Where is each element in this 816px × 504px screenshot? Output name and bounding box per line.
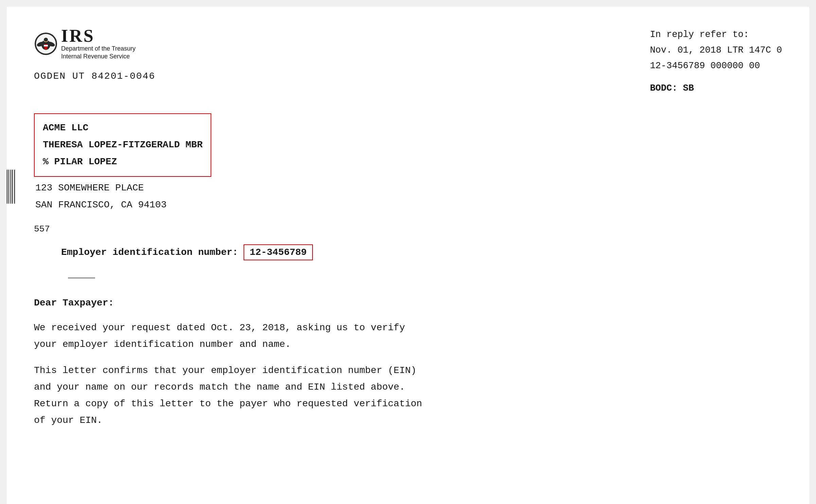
- reply-block: In reply refer to: Nov. 01, 2018 LTR 147…: [650, 27, 782, 96]
- recipient-address-block: ACME LLC THERESA LOPEZ-FITZGERALD MBR % …: [34, 113, 782, 214]
- irs-text-block: IRS Department of the Treasury Internal …: [61, 27, 136, 61]
- irs-document: IRS Department of the Treasury Internal …: [7, 7, 809, 504]
- recipient-plain-line2: SAN FRANCISCO, CA 94103: [35, 197, 782, 213]
- ein-value-box: 12-3456789: [244, 244, 313, 260]
- recipient-line1: ACME LLC: [43, 119, 202, 136]
- body-paragraph-1: We received your request dated Oct. 23, …: [34, 319, 782, 353]
- reply-line3: 12-3456789 000000 00: [650, 58, 782, 74]
- document-header: IRS Department of the Treasury Internal …: [34, 27, 782, 96]
- ein-label: Employer identification number:: [61, 247, 238, 258]
- barcode-decoration: [7, 170, 16, 204]
- recipient-line2: THERESA LOPEZ-FITZGERALD MBR: [43, 136, 202, 153]
- underline-decoration: [34, 270, 782, 281]
- reply-line1: In reply refer to:: [650, 27, 782, 43]
- irs-subtitle-line2: Internal Revenue Service: [61, 53, 136, 60]
- recipient-plain-address: 123 SOMEWHERE PLACE SAN FRANCISCO, CA 94…: [34, 180, 782, 214]
- eagle-icon: [34, 32, 58, 56]
- reply-line2: Nov. 01, 2018 LTR 147C 0: [650, 43, 782, 58]
- letter-body: Dear Taxpayer: We received your request …: [34, 295, 782, 429]
- recipient-boxed-address: ACME LLC THERESA LOPEZ-FITZGERALD MBR % …: [34, 113, 211, 177]
- irs-letters: IRS: [61, 27, 136, 45]
- bodc-line: BODC: SB: [650, 81, 782, 96]
- body-paragraph-2: This letter confirms that your employer …: [34, 362, 782, 429]
- svg-rect-8: [44, 45, 48, 46]
- left-header: IRS Department of the Treasury Internal …: [34, 27, 155, 81]
- recipient-line3: % PILAR LOPEZ: [43, 153, 202, 170]
- irs-subtitle-line1: Department of the Treasury: [61, 45, 136, 53]
- irs-logo: IRS Department of the Treasury Internal …: [34, 27, 155, 61]
- page-number: 557: [34, 224, 782, 234]
- recipient-plain-line1: 123 SOMEWHERE PLACE: [35, 180, 782, 197]
- dear-line: Dear Taxpayer:: [34, 295, 782, 311]
- underline-dash: [68, 278, 95, 278]
- sender-address: OGDEN UT 84201-0046: [34, 71, 155, 81]
- ein-section: Employer identification number: 12-34567…: [34, 244, 782, 260]
